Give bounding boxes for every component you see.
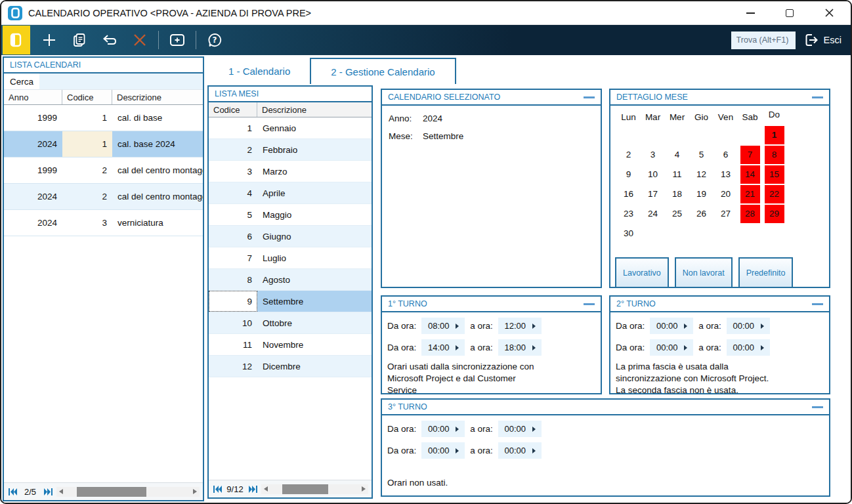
- time-from-field[interactable]: 00:00: [650, 339, 693, 356]
- calendar-row[interactable]: 20241cal. base 2024: [4, 131, 203, 158]
- spinner-arrow-icon[interactable]: [684, 339, 693, 356]
- spinner-arrow-icon[interactable]: [532, 339, 542, 356]
- collapse-icon[interactable]: [812, 96, 823, 98]
- scrollbar-thumb[interactable]: [282, 484, 328, 494]
- day-cell[interactable]: 29: [762, 204, 786, 224]
- exit-button[interactable]: Esci: [803, 32, 841, 48]
- day-cell[interactable]: 7: [738, 145, 762, 165]
- time-to-field[interactable]: 00:00: [727, 318, 770, 334]
- day-cell[interactable]: 18: [665, 184, 689, 204]
- column-header-codice[interactable]: Codice: [209, 102, 257, 117]
- predefinito-button[interactable]: Predefinito: [738, 257, 794, 288]
- minimize-button[interactable]: [746, 9, 755, 18]
- undo-button[interactable]: [96, 27, 123, 53]
- delete-button[interactable]: [126, 27, 154, 53]
- time-to-field[interactable]: 12:00: [498, 318, 542, 334]
- month-row[interactable]: 6Giugno: [209, 226, 372, 247]
- collapse-icon[interactable]: [812, 406, 823, 408]
- month-row[interactable]: 2Febbraio: [209, 139, 372, 161]
- add-window-button[interactable]: [163, 27, 191, 53]
- day-cell[interactable]: 28: [738, 204, 762, 224]
- month-row[interactable]: 8Agosto: [209, 269, 372, 291]
- collapse-icon[interactable]: [584, 303, 595, 305]
- first-record-icon[interactable]: [7, 486, 18, 497]
- month-row[interactable]: 7Luglio: [209, 247, 372, 269]
- month-row[interactable]: 11Novembre: [209, 334, 372, 356]
- search-input[interactable]: [39, 74, 203, 89]
- sidebar-toggle-button[interactable]: [3, 26, 30, 54]
- copy-button[interactable]: [66, 27, 93, 53]
- find-input[interactable]: [731, 32, 796, 49]
- maximize-button[interactable]: [785, 9, 794, 18]
- day-cell[interactable]: 15: [762, 165, 786, 184]
- time-from-field[interactable]: 00:00: [650, 318, 693, 334]
- calendar-row[interactable]: 20243verniciatura: [4, 210, 203, 236]
- collapse-icon[interactable]: [812, 303, 823, 305]
- month-row[interactable]: 3Marzo: [209, 161, 372, 182]
- month-row[interactable]: 1Gennaio: [209, 117, 372, 139]
- spinner-arrow-icon[interactable]: [456, 421, 465, 437]
- time-from-field[interactable]: 00:00: [421, 442, 465, 459]
- month-row[interactable]: 5Maggio: [209, 204, 372, 226]
- day-cell[interactable]: 22: [762, 184, 786, 204]
- scrollbar-track[interactable]: [66, 487, 190, 497]
- calendar-row[interactable]: 19991cal. di base: [4, 105, 203, 131]
- tab-gestione-calendario[interactable]: 2 - Gestione Calendario: [310, 58, 456, 84]
- calendar-row[interactable]: 19992cal del centro montaggi: [4, 158, 203, 184]
- time-from-field[interactable]: 00:00: [421, 421, 465, 437]
- time-to-field[interactable]: 18:00: [498, 339, 542, 356]
- non-lavorativo-button[interactable]: Non lavorat: [675, 257, 733, 288]
- time-from-field[interactable]: 14:00: [421, 339, 465, 356]
- month-row[interactable]: 10Ottobre: [209, 312, 372, 334]
- day-cell[interactable]: 17: [641, 184, 665, 204]
- lavorativo-button[interactable]: Lavorativo: [615, 257, 669, 288]
- scroll-left-icon[interactable]: [56, 487, 66, 497]
- time-to-field[interactable]: 00:00: [727, 339, 770, 356]
- time-from-field[interactable]: 08:00: [421, 318, 465, 334]
- scroll-left-icon[interactable]: [261, 484, 270, 494]
- close-button[interactable]: [824, 9, 834, 18]
- day-cell[interactable]: 11: [665, 165, 689, 184]
- day-cell[interactable]: 4: [665, 145, 689, 165]
- spinner-arrow-icon[interactable]: [684, 318, 693, 334]
- column-header-descrizione[interactable]: Descrizione: [257, 102, 372, 117]
- day-cell[interactable]: 26: [689, 204, 714, 224]
- day-cell[interactable]: 19: [689, 184, 714, 204]
- spinner-arrow-icon[interactable]: [456, 442, 465, 459]
- scroll-right-icon[interactable]: [359, 484, 368, 494]
- day-cell[interactable]: 6: [714, 145, 738, 165]
- scrollbar-track[interactable]: [270, 484, 359, 494]
- last-record-icon[interactable]: [43, 486, 53, 497]
- add-button[interactable]: [35, 27, 63, 53]
- spinner-arrow-icon[interactable]: [456, 318, 465, 334]
- collapse-icon[interactable]: [584, 96, 595, 98]
- day-cell[interactable]: 10: [641, 165, 665, 184]
- day-cell[interactable]: 1: [762, 125, 786, 145]
- day-cell[interactable]: 21: [738, 184, 762, 204]
- day-cell[interactable]: 3: [641, 145, 665, 165]
- column-header-anno[interactable]: Anno: [4, 90, 62, 104]
- scroll-right-icon[interactable]: [190, 487, 200, 497]
- day-cell[interactable]: 23: [616, 204, 641, 224]
- first-record-icon[interactable]: [212, 484, 223, 494]
- spinner-arrow-icon[interactable]: [761, 339, 770, 356]
- spinner-arrow-icon[interactable]: [761, 318, 770, 334]
- calendar-row[interactable]: 20242cal del centro montaggi: [4, 184, 203, 210]
- spinner-arrow-icon[interactable]: [532, 421, 542, 437]
- day-cell[interactable]: 30: [616, 224, 641, 243]
- help-button[interactable]: ?: [201, 27, 228, 53]
- day-cell[interactable]: 24: [641, 204, 665, 224]
- scrollbar-thumb[interactable]: [77, 487, 146, 497]
- month-row[interactable]: 12Dicembre: [209, 356, 372, 377]
- day-cell[interactable]: 16: [616, 184, 641, 204]
- day-cell[interactable]: 14: [738, 165, 762, 184]
- tab-calendario[interactable]: 1 - Calendario: [209, 58, 310, 84]
- day-cell[interactable]: 8: [762, 145, 786, 165]
- day-cell[interactable]: 20: [714, 184, 738, 204]
- day-cell[interactable]: 9: [616, 165, 641, 184]
- day-cell[interactable]: 27: [714, 204, 738, 224]
- time-to-field[interactable]: 00:00: [498, 442, 542, 459]
- spinner-arrow-icon[interactable]: [532, 318, 542, 334]
- time-to-field[interactable]: 00:00: [498, 421, 542, 437]
- spinner-arrow-icon[interactable]: [456, 339, 465, 356]
